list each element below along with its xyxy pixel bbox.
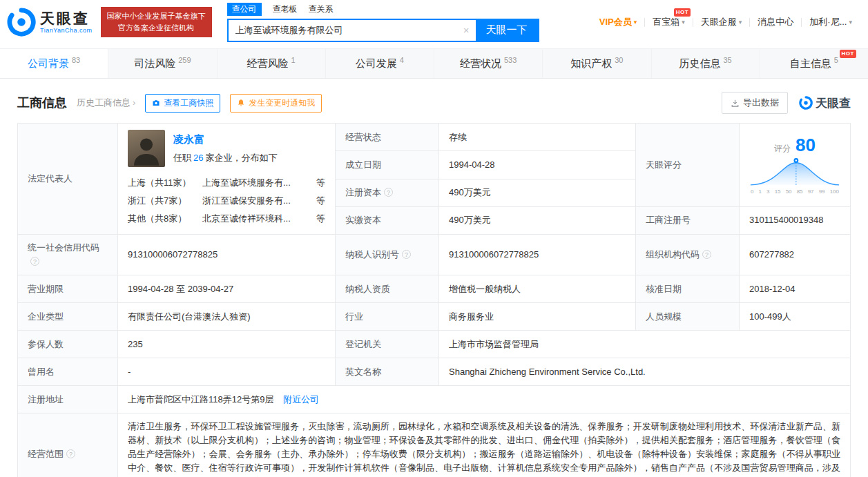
table-row: 经营范围 清洁卫生服务，环保环卫工程设施管理服务，灭虫除害，流动厕所，园林绿化，… bbox=[18, 413, 851, 477]
reg-no-label: 工商注册号 bbox=[636, 206, 740, 234]
insured-label: 参保人数 bbox=[18, 331, 118, 358]
chevron-down-icon bbox=[739, 19, 742, 26]
tax-id-label: 纳税人识别号 bbox=[336, 235, 439, 275]
hot-badge: HOT bbox=[840, 50, 856, 58]
tab-history-info[interactable]: 历史信息35 bbox=[652, 49, 760, 78]
org-code-value: 607277882 bbox=[740, 235, 851, 275]
score-label: 天眼评分 bbox=[636, 124, 740, 207]
treasure-box-menu[interactable]: 百宝箱 HOT bbox=[645, 16, 693, 28]
business-scope-label: 经营范围 bbox=[18, 413, 118, 477]
gov-certification-badge: 国家中小企业发展子基金旗下 官方备案企业征信机构 bbox=[101, 7, 212, 37]
address-cell: 上海市普陀区中江路118弄12号第9层 附近公司 bbox=[118, 386, 851, 413]
watermark-text: 天眼查 bbox=[816, 95, 851, 111]
view-snapshot-button[interactable]: 查看工商快照 bbox=[145, 94, 220, 113]
status-label: 经营状态 bbox=[336, 124, 439, 151]
related-company-link[interactable]: 浙江至诚保安服务有... bbox=[202, 194, 291, 208]
tenure-count-link[interactable]: 26 bbox=[191, 153, 205, 163]
industry-value: 商务服务业 bbox=[439, 303, 636, 331]
registry-authority-value: 上海市市场监督管理局 bbox=[439, 331, 851, 358]
camera-icon bbox=[152, 99, 160, 107]
search-button[interactable]: 天眼一下 bbox=[476, 20, 538, 41]
tab-count: 259 bbox=[178, 56, 191, 64]
score-axis: 0131550859799100 bbox=[749, 188, 840, 195]
top-header: 天眼查 TianYanCha.com 国家中小企业发展子基金旗下 官方备案企业征… bbox=[0, 0, 868, 44]
tab-company-development[interactable]: 公司发展4 bbox=[326, 49, 434, 78]
table-row: 统一社会信用代码 913100006072778825 纳税人识别号 91310… bbox=[18, 235, 851, 275]
term-label: 营业期限 bbox=[18, 275, 118, 303]
user-account-menu[interactable]: 加利·尼... bbox=[802, 16, 860, 28]
help-icon[interactable] bbox=[30, 257, 39, 266]
help-icon[interactable] bbox=[384, 188, 393, 197]
established-label: 成立日期 bbox=[336, 151, 439, 179]
legal-rep-photo[interactable] bbox=[128, 130, 165, 167]
tab-company-background[interactable]: 公司背景83 bbox=[0, 49, 108, 78]
staff-size-value: 100-499人 bbox=[740, 303, 851, 331]
tax-id-value: 913100006072778825 bbox=[439, 235, 636, 275]
help-icon[interactable] bbox=[66, 449, 75, 458]
paid-capital-value: 490万美元 bbox=[439, 206, 636, 234]
company-section-tabs: 公司背景83 司法风险259 经营风险1 公司发展4 经营状况533 知识产权3… bbox=[0, 48, 868, 79]
paid-capital-label: 实缴资本 bbox=[336, 206, 439, 234]
etc-label: 等 bbox=[316, 194, 325, 208]
approved-date-value: 2018-12-04 bbox=[740, 275, 851, 303]
section-title: 工商信息 bbox=[17, 95, 67, 111]
tab-intellectual-property[interactable]: 知识产权30 bbox=[543, 49, 651, 78]
search-input[interactable] bbox=[229, 20, 457, 41]
brand-text: 天眼查 TianYanCha.com bbox=[40, 10, 93, 34]
company-type-label: 企业类型 bbox=[18, 303, 118, 331]
chevron-down-icon bbox=[682, 19, 685, 26]
search-tab-boss[interactable]: 查老板 bbox=[273, 3, 298, 15]
reg-no-value: 310115400019348 bbox=[740, 206, 851, 234]
tab-self-info[interactable]: 自主信息 5 HOT bbox=[760, 49, 868, 78]
search-tab-company[interactable]: 查公司 bbox=[227, 3, 262, 16]
region-label: 其他（共8家） bbox=[128, 212, 202, 226]
table-row: 企业类型 有限责任公司(台港澳法人独资) 行业 商务服务业 人员规模 100-4… bbox=[18, 303, 851, 331]
section-header-right: 导出数据 天眼查 bbox=[722, 92, 851, 114]
tab-operation-status[interactable]: 经营状况533 bbox=[434, 49, 543, 78]
tianyancha-logo[interactable]: 天眼查 TianYanCha.com bbox=[7, 8, 93, 37]
enterprise-service-label: 天眼企服 bbox=[701, 16, 737, 28]
tab-judicial-risk[interactable]: 司法风险259 bbox=[108, 49, 217, 78]
tab-operation-risk[interactable]: 经营风险1 bbox=[218, 49, 326, 78]
established-value: 1994-04-28 bbox=[439, 151, 636, 179]
vip-member-menu[interactable]: VIP会员 bbox=[592, 16, 645, 28]
reg-capital-value: 490万美元 bbox=[439, 179, 636, 206]
message-center-menu[interactable]: 消息中心 bbox=[750, 16, 801, 28]
business-info-table: 法定代表人 凌永富 任职26家企业，分布如下 上海（共 bbox=[17, 123, 851, 477]
legal-rep-name[interactable]: 凌永富 bbox=[173, 133, 204, 145]
score-curve-chart bbox=[749, 155, 840, 188]
table-row: 注册地址 上海市普陀区中江路118弄12号第9层 附近公司 bbox=[18, 386, 851, 413]
related-company-link[interactable]: 北京至诚传祥环境科... bbox=[202, 212, 291, 226]
search-tab-relation[interactable]: 查关系 bbox=[309, 3, 334, 15]
address-value: 上海市普陀区中江路118弄12号第9层 bbox=[128, 394, 273, 405]
table-row: 曾用名 - 英文名称 Shanghai Zhicheng Environment… bbox=[18, 358, 851, 386]
related-company-link[interactable]: 上海至诚环境服务有... bbox=[202, 176, 291, 190]
english-name-value: Shanghai Zhicheng Environment Service Co… bbox=[439, 358, 851, 386]
credit-code-label: 统一社会信用代码 bbox=[18, 235, 118, 275]
former-name-value: - bbox=[118, 358, 336, 386]
brand-domain: TianYanCha.com bbox=[40, 27, 93, 34]
nearby-companies-link[interactable]: 附近公司 bbox=[283, 394, 319, 405]
enterprise-service-menu[interactable]: 天眼企服 bbox=[693, 16, 750, 28]
hot-badge: HOT bbox=[674, 8, 691, 17]
status-value: 存续 bbox=[439, 124, 636, 151]
search-area: 查公司 查老板 查关系 天眼一下 bbox=[227, 3, 539, 42]
tab-count: 4 bbox=[400, 56, 404, 64]
industry-label: 行业 bbox=[336, 303, 439, 331]
treasure-box-label: 百宝箱 bbox=[653, 17, 679, 27]
export-data-button[interactable]: 导出数据 bbox=[722, 92, 788, 114]
term-value: 1994-04-28 至 2039-04-27 bbox=[118, 275, 336, 303]
table-row: 营业期限 1994-04-28 至 2039-04-27 纳税人资质 增值税一般… bbox=[18, 275, 851, 303]
notify-on-change-button[interactable]: 发生变更时通知我 bbox=[230, 94, 322, 113]
region-label: 上海（共11家） bbox=[128, 176, 202, 190]
help-icon[interactable] bbox=[702, 250, 711, 259]
tab-count: 30 bbox=[615, 56, 623, 64]
help-icon[interactable] bbox=[402, 250, 411, 259]
tab-count: 83 bbox=[72, 56, 80, 64]
legal-rep-label: 法定代表人 bbox=[18, 124, 118, 235]
region-label: 浙江（共7家） bbox=[128, 194, 202, 208]
history-business-info-link[interactable]: 历史工商信息 bbox=[77, 97, 135, 109]
search-type-tabs: 查公司 查老板 查关系 bbox=[227, 3, 539, 16]
tianyancha-logo-icon bbox=[799, 96, 813, 110]
clear-search-icon[interactable] bbox=[457, 24, 476, 36]
